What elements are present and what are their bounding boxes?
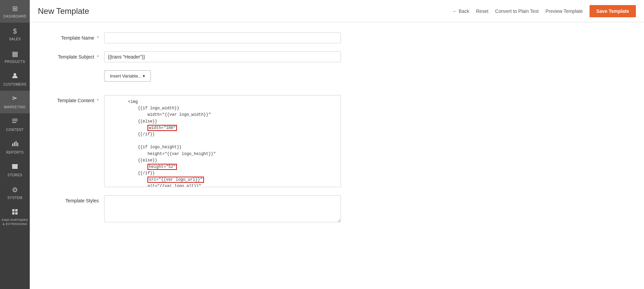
sidebar-item-label: REPORTS xyxy=(6,150,24,155)
highlight-width: width="180" xyxy=(147,125,177,131)
required-star: * xyxy=(97,98,99,103)
highlight-height: height="52" xyxy=(147,164,177,170)
svg-rect-3 xyxy=(12,120,18,121)
sidebar-item-reports[interactable]: REPORTS xyxy=(0,136,30,159)
content-icon xyxy=(12,117,18,126)
highlight-src: src="{{var logo_url}}" xyxy=(147,177,204,183)
template-content-row: Template Content * <img {{if logo_width}… xyxy=(43,95,630,187)
stores-icon xyxy=(12,163,18,172)
sidebar-item-stores[interactable]: STORES xyxy=(0,159,30,181)
back-arrow-icon: ← xyxy=(453,8,457,14)
insert-variable-button[interactable]: Insert Variable... ▾ xyxy=(104,70,151,82)
sidebar-item-label: FIND PARTNERS & EXTENSIONS xyxy=(1,218,28,226)
reset-label: Reset xyxy=(476,8,488,14)
required-star: * xyxy=(97,35,99,41)
dashboard-icon: ⊞ xyxy=(12,4,18,13)
preview-template-link[interactable]: Preview Template xyxy=(546,8,583,14)
svg-rect-9 xyxy=(14,167,16,169)
find-partners-icon xyxy=(12,208,18,217)
sidebar-item-label: PRODUCTS xyxy=(5,60,25,64)
sidebar-item-system[interactable]: ⚙ SYSTEM xyxy=(0,181,30,204)
sidebar-item-label: MARKETING xyxy=(4,105,26,109)
header-actions: ← Back Reset Convert to Plain Text Previ… xyxy=(453,5,636,17)
template-name-row: Template Name * xyxy=(43,32,630,43)
svg-rect-12 xyxy=(12,212,15,215)
template-subject-input[interactable] xyxy=(104,51,341,62)
sales-icon: $ xyxy=(13,27,17,36)
sidebar-item-find-partners[interactable]: FIND PARTNERS & EXTENSIONS xyxy=(0,204,30,230)
sidebar-item-label: STORES xyxy=(7,173,22,177)
svg-marker-1 xyxy=(13,96,17,100)
svg-rect-10 xyxy=(12,209,15,212)
sidebar-item-label: DASHBOARD xyxy=(3,14,26,19)
reset-link[interactable]: Reset xyxy=(476,8,488,14)
customers-icon xyxy=(12,72,18,81)
sidebar-item-content[interactable]: CONTENT xyxy=(0,113,30,136)
convert-to-plain-text-link[interactable]: Convert to Plain Text xyxy=(495,8,539,14)
preview-label: Preview Template xyxy=(546,8,583,14)
required-star: * xyxy=(97,54,99,60)
template-content-editor-wrap: <img {{if logo_width}} width="{{var logo… xyxy=(104,95,341,187)
template-styles-textarea[interactable] xyxy=(104,195,341,222)
sidebar-item-label: SALES xyxy=(9,37,21,41)
svg-rect-7 xyxy=(16,141,17,146)
template-content-textarea[interactable]: <img {{if logo_width}} width="{{var logo… xyxy=(105,95,341,187)
sidebar-item-sales[interactable]: $ SALES xyxy=(0,23,30,45)
sidebar-item-marketing[interactable]: MARKETING xyxy=(0,91,30,113)
svg-rect-4 xyxy=(12,122,16,123)
svg-rect-8 xyxy=(17,143,18,146)
marketing-icon xyxy=(12,95,18,104)
sidebar: ⊞ DASHBOARD $ SALES ▦ PRODUCTS CUSTOMERS… xyxy=(0,0,30,289)
svg-rect-2 xyxy=(12,119,18,119)
page-header: New Template ← Back Reset Convert to Pla… xyxy=(30,0,644,22)
system-icon: ⚙ xyxy=(12,185,18,194)
sidebar-item-dashboard[interactable]: ⊞ DASHBOARD xyxy=(0,0,30,23)
sidebar-item-label: CUSTOMERS xyxy=(3,82,26,87)
svg-rect-13 xyxy=(15,212,18,215)
template-subject-row: Template Subject * xyxy=(43,51,630,62)
template-styles-row: Template Styles xyxy=(43,195,630,222)
main-content: New Template ← Back Reset Convert to Pla… xyxy=(30,0,644,289)
back-link[interactable]: ← Back xyxy=(453,8,469,14)
form-area: Template Name * Template Subject * Inser… xyxy=(30,22,644,289)
template-styles-label: Template Styles xyxy=(43,195,104,203)
save-template-button[interactable]: Save Template xyxy=(590,5,636,17)
template-subject-label: Template Subject * xyxy=(43,51,104,60)
svg-rect-5 xyxy=(12,143,13,146)
template-name-label: Template Name * xyxy=(43,32,104,41)
svg-rect-11 xyxy=(15,209,18,212)
sidebar-item-label: CONTENT xyxy=(6,128,24,132)
dropdown-arrow-icon: ▾ xyxy=(143,73,145,79)
sidebar-item-label: SYSTEM xyxy=(7,196,22,200)
convert-label: Convert to Plain Text xyxy=(495,8,539,14)
svg-point-0 xyxy=(14,73,16,76)
template-name-input[interactable] xyxy=(104,32,341,43)
sidebar-item-customers[interactable]: CUSTOMERS xyxy=(0,68,30,91)
sidebar-item-products[interactable]: ▦ PRODUCTS xyxy=(0,45,30,68)
page-title: New Template xyxy=(38,6,89,16)
insert-variable-row: Insert Variable... ▾ xyxy=(43,70,630,88)
template-content-label: Template Content * xyxy=(43,95,104,103)
products-icon: ▦ xyxy=(12,49,18,58)
svg-rect-6 xyxy=(14,142,15,146)
reports-icon xyxy=(12,140,18,149)
